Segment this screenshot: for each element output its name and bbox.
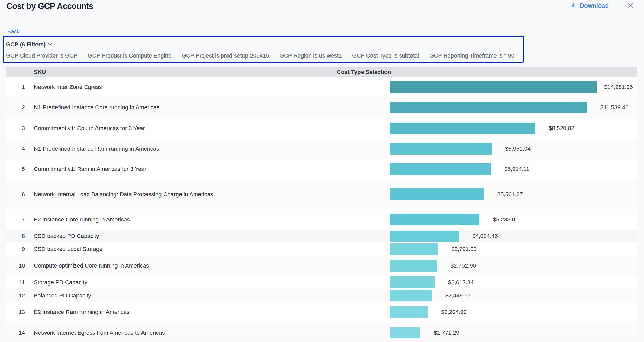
table-row[interactable]: 4 N1 Predefined Instance Ram running in …: [6, 139, 637, 159]
row-index: 1: [6, 77, 29, 97]
sku-cell: E2 Instance Core running in Americas: [29, 216, 130, 223]
cost-value: $2,612.34: [448, 279, 474, 286]
sku-cell: SSD backed PD Capacity: [29, 233, 99, 239]
table-body: 1 Network Inter Zone Egress $14,281.96 2…: [6, 77, 637, 338]
cost-bar[interactable]: [390, 231, 459, 242]
row-index: 13: [6, 302, 29, 322]
table-row[interactable]: 5 Commitment v1: Ram in Americas for 3 Y…: [6, 159, 637, 179]
applied-filter-3: GCP Project is prod-setup-205416: [182, 52, 269, 59]
cost-bar[interactable]: [390, 214, 479, 225]
header-column-divider-2: [339, 67, 339, 77]
cost-value: $5,914.11: [504, 166, 529, 173]
table-row[interactable]: 11 Storage PD Capacity $2,612.34: [6, 276, 637, 289]
cost-bar[interactable]: [390, 290, 432, 301]
cost-table: SKU Cost Type Selection 1 Network Inter …: [6, 67, 637, 338]
back-link[interactable]: Back: [7, 28, 20, 35]
cost-value: $1,771.29: [434, 330, 459, 336]
cost-bar[interactable]: [390, 260, 437, 272]
sku-cell: Storage PD Capacity: [29, 279, 87, 286]
table-row[interactable]: 3 Commitment v1: Cpu in Americas for 3 Y…: [6, 118, 637, 139]
row-index: 14: [6, 322, 29, 338]
cost-bar[interactable]: [390, 143, 492, 155]
cost-bar[interactable]: [390, 188, 484, 200]
cost-value: $2,791.20: [451, 246, 477, 252]
cost-value: $14,281.96: [604, 84, 633, 91]
table-row[interactable]: 12 Balanced PD Capacity $2,449.57: [6, 289, 637, 302]
close-icon[interactable]: [627, 3, 634, 9]
cost-bar[interactable]: [390, 81, 597, 93]
cost-value: $4,024.46: [472, 233, 498, 239]
cost-value: $5,951.04: [505, 145, 531, 152]
applied-filters: GCP Cloud Provider is GCPGCP Product is …: [6, 51, 517, 60]
row-index: 4: [6, 139, 29, 159]
applied-filter-5: GCP Cost Type is subtotal: [352, 52, 419, 59]
cost-value: $2,752.90: [450, 262, 476, 269]
row-index: 10: [6, 256, 29, 276]
cost-value: $8,520.82: [549, 125, 574, 132]
cost-value: $2,204.99: [441, 309, 467, 315]
filter-group-toggle[interactable]: GCP (6 Filters): [6, 40, 52, 49]
cost-value: $11,539.46: [600, 104, 628, 111]
table-row[interactable]: 10 Compute optimized Core running in Ame…: [6, 256, 637, 276]
table-row[interactable]: 1 Network Inter Zone Egress $14,281.96: [6, 77, 637, 97]
sku-cell: Commitment v1: Cpu in Americas for 3 Yea…: [29, 125, 145, 132]
row-index: 3: [6, 118, 29, 139]
page-title: Cost by GCP Accounts: [7, 2, 93, 11]
cost-value: $5,238.01: [493, 216, 518, 223]
sku-cell: Compute optimized Core running in Americ…: [29, 262, 149, 269]
download-icon: [570, 2, 577, 9]
column-header-cost-type: Cost Type Selection: [337, 67, 391, 77]
download-button[interactable]: Download: [570, 1, 609, 10]
filter-group-box: GCP (6 Filters) GCP Cloud Provider is GC…: [3, 36, 524, 63]
applied-filter-1: GCP Cloud Provider is GCP: [6, 52, 78, 59]
sku-cell: E2 Instance Ram running in Americas: [29, 309, 130, 315]
cost-bar[interactable]: [390, 102, 587, 113]
sku-cell: Network Internal Load Balancing: Data Pr…: [29, 191, 213, 198]
cost-bar[interactable]: [390, 327, 420, 339]
row-index: 9: [6, 242, 29, 256]
sku-cell: Network Internet Egress from Americas to…: [29, 330, 165, 336]
header-column-divider-1: [29, 67, 29, 77]
row-index: 2: [6, 97, 29, 118]
sku-cell: N1 Predefined Instance Core running in A…: [29, 104, 159, 111]
table-row[interactable]: 9 SSD backed Local Storage $2,791.20: [6, 242, 637, 256]
cost-bar[interactable]: [390, 123, 535, 134]
table-row[interactable]: 2 N1 Predefined Instance Core running in…: [6, 97, 637, 118]
table-row[interactable]: 6 Network Internal Load Balancing: Data …: [6, 179, 637, 209]
cost-value: $2,449.57: [445, 292, 471, 299]
cost-value: $5,501.37: [497, 191, 523, 198]
filter-group-label: GCP (6 Filters): [6, 41, 46, 48]
applied-filter-2: GCP Product is Compute Engine: [88, 52, 171, 59]
cost-bar[interactable]: [390, 163, 491, 175]
row-index: 7: [6, 209, 29, 230]
cost-by-gcp-accounts-panel: Cost by GCP Accounts Download Back GCP (…: [0, 0, 644, 342]
row-index: 12: [6, 289, 29, 302]
applied-filter-6: GCP Reporting Timeframe is "-90": [429, 52, 516, 59]
table-row[interactable]: 13 E2 Instance Ram running in Americas $…: [6, 302, 637, 322]
chevron-down-icon: [48, 43, 52, 46]
sku-cell: SSD backed Local Storage: [29, 246, 102, 252]
table-row[interactable]: 8 SSD backed PD Capacity $4,024.46: [6, 230, 637, 242]
sku-cell: Network Inter Zone Egress: [29, 84, 102, 91]
row-index: 5: [6, 159, 29, 179]
sku-cell: N1 Predefined Instance Ram running in Am…: [29, 145, 159, 152]
row-index: 8: [6, 230, 29, 242]
row-index: 6: [6, 179, 29, 209]
table-row[interactable]: 14 Network Internet Egress from Americas…: [6, 322, 637, 338]
sku-cell: Balanced PD Capacity: [29, 292, 91, 299]
cost-bar[interactable]: [390, 243, 438, 255]
applied-filter-4: GCP Region is us-west1: [280, 52, 342, 59]
table-header: SKU Cost Type Selection: [6, 67, 637, 77]
sku-cell: Commitment v1: Ram in Americas for 3 Yea…: [29, 166, 146, 173]
cost-bar[interactable]: [390, 306, 428, 318]
column-header-sku: SKU: [34, 67, 46, 77]
table-row[interactable]: 7 E2 Instance Core running in Americas $…: [6, 209, 637, 230]
row-index: 11: [6, 276, 29, 289]
cost-bar[interactable]: [390, 276, 435, 288]
